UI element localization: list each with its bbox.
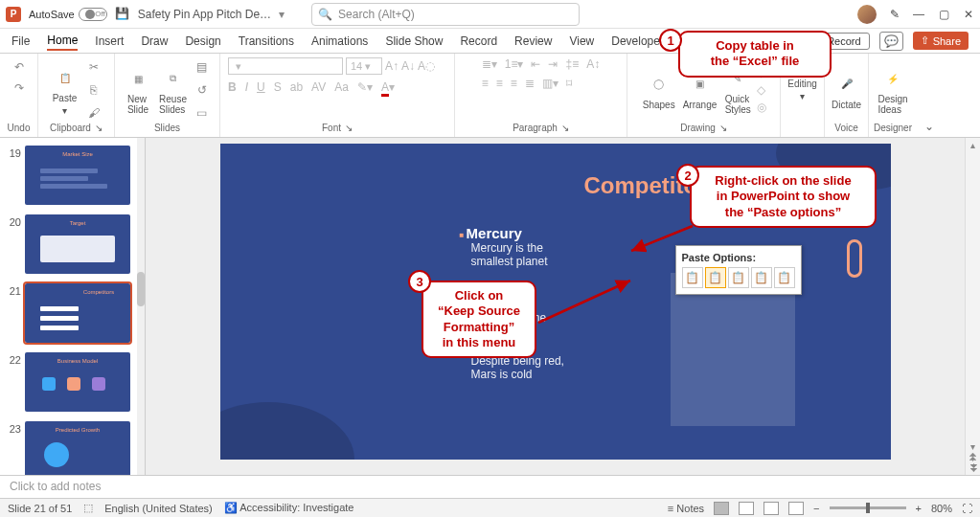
- undo-icon[interactable]: ↶: [10, 57, 29, 77]
- clear-format-icon[interactable]: A◌: [418, 59, 435, 73]
- reset-icon[interactable]: ↺: [193, 80, 212, 100]
- notes-toggle[interactable]: ≡ Notes: [668, 503, 704, 514]
- thumb-scrollbar[interactable]: [137, 138, 145, 475]
- zoom-level[interactable]: 80%: [931, 503, 952, 514]
- share-button[interactable]: ⇧ Share: [913, 32, 969, 50]
- tab-design[interactable]: Design: [185, 33, 220, 50]
- tab-transitions[interactable]: Transitions: [239, 33, 294, 50]
- document-title[interactable]: Safety Pin App Pitch De…: [138, 8, 271, 21]
- ink-icon[interactable]: ✎: [890, 8, 900, 21]
- align-center-icon[interactable]: ≡: [496, 77, 503, 90]
- shapeeffects-icon[interactable]: ◎: [757, 101, 766, 114]
- textdir-icon[interactable]: A↕: [586, 57, 600, 71]
- tab-review[interactable]: Review: [514, 33, 552, 50]
- paste-button[interactable]: 📋 Paste▾: [50, 62, 80, 118]
- fit-window-button[interactable]: ⛶: [962, 503, 972, 514]
- normal-view-button[interactable]: [714, 502, 729, 515]
- scroll-up-icon[interactable]: ▴: [970, 140, 975, 150]
- align-left-icon[interactable]: ≡: [482, 77, 489, 90]
- spellcheck-icon[interactable]: ⬚: [83, 502, 93, 514]
- case-button[interactable]: Aa: [334, 80, 349, 94]
- language-status[interactable]: English (United States): [104, 503, 213, 514]
- scroll-down-icon[interactable]: ▾: [970, 441, 975, 452]
- bold-button[interactable]: B: [228, 80, 237, 94]
- section-icon[interactable]: ▭: [193, 103, 212, 123]
- copy-icon[interactable]: ⎘: [84, 80, 103, 100]
- notes-pane[interactable]: Click to add notes: [0, 475, 980, 498]
- thumb-21[interactable]: Competitors: [25, 283, 130, 343]
- autosave-toggle[interactable]: AutoSave Off: [29, 8, 107, 21]
- shapeoutline-icon[interactable]: ◇: [757, 83, 766, 97]
- font-size-select[interactable]: 14▾: [346, 57, 382, 75]
- indent-dec-icon[interactable]: ⇤: [531, 57, 540, 71]
- thumb-23[interactable]: Predicted Growth: [25, 421, 130, 475]
- linespace-icon[interactable]: ‡≡: [565, 57, 579, 71]
- dictate-button[interactable]: 🎤Dictate: [830, 69, 863, 112]
- paste-use-destination-theme[interactable]: 📋: [682, 267, 703, 288]
- grow-font-icon[interactable]: A↑: [385, 59, 399, 73]
- design-ideas-button[interactable]: ⚡Design Ideas: [876, 63, 909, 117]
- thumb-22[interactable]: Business Model: [25, 352, 130, 412]
- editing-button[interactable]: Editing▾: [786, 77, 819, 103]
- tab-file[interactable]: File: [11, 33, 30, 50]
- thumb-19[interactable]: Market Size: [25, 146, 130, 205]
- reuse-slides-button[interactable]: ⧉Reuse Slides: [157, 63, 189, 117]
- zoom-slider[interactable]: [830, 506, 906, 509]
- shrink-font-icon[interactable]: A↓: [401, 59, 415, 73]
- italic-button[interactable]: I: [245, 80, 248, 94]
- reading-view-button[interactable]: [763, 502, 779, 515]
- thumb-20[interactable]: Target: [25, 214, 130, 274]
- align-right-icon[interactable]: ≡: [511, 77, 517, 90]
- layout-icon[interactable]: ▤: [193, 57, 212, 77]
- tab-home[interactable]: Home: [47, 32, 78, 51]
- tab-draw[interactable]: Draw: [141, 33, 168, 50]
- cut-icon[interactable]: ✂: [84, 57, 103, 77]
- sorter-view-button[interactable]: [739, 502, 754, 515]
- justify-icon[interactable]: ≣: [525, 77, 535, 90]
- tab-insert[interactable]: Insert: [95, 33, 124, 50]
- new-slide-button[interactable]: ▦New Slide: [123, 63, 153, 117]
- save-icon[interactable]: 💾: [115, 7, 130, 22]
- zoom-out-button[interactable]: −: [813, 503, 819, 514]
- numbering-icon[interactable]: 1≡▾: [505, 57, 524, 71]
- slideshow-view-button[interactable]: [788, 502, 804, 515]
- paste-picture[interactable]: 📋: [751, 267, 772, 288]
- underline-button[interactable]: U: [257, 80, 265, 94]
- format-painter-icon[interactable]: 🖌: [84, 103, 103, 123]
- smartart-icon[interactable]: ⌑: [566, 77, 572, 90]
- zoom-in-button[interactable]: +: [916, 503, 922, 514]
- toggle-switch[interactable]: Off: [79, 8, 107, 21]
- prev-slide-icon[interactable]: ⯭: [969, 452, 978, 462]
- shadow-button[interactable]: ab: [290, 80, 303, 94]
- next-slide-icon[interactable]: ⯯: [969, 462, 978, 473]
- paste-keep-text-only[interactable]: 📋: [774, 267, 795, 288]
- collapse-ribbon[interactable]: ⌄: [917, 116, 942, 137]
- tab-record[interactable]: Record: [460, 33, 497, 50]
- accessibility-status[interactable]: ♿ Accessibility: Investigate: [224, 502, 354, 514]
- table-placeholder[interactable]: [671, 273, 795, 426]
- paste-keep-source-formatting[interactable]: 📋: [705, 267, 726, 288]
- redo-icon[interactable]: ↷: [10, 79, 29, 98]
- tab-developer[interactable]: Developer: [611, 33, 664, 50]
- paste-embed[interactable]: 📋: [728, 267, 749, 288]
- indent-inc-icon[interactable]: ⇥: [548, 57, 558, 71]
- fontcolor-button[interactable]: A▾: [381, 80, 395, 94]
- slide-counter[interactable]: Slide 21 of 51: [8, 503, 72, 514]
- charspace-button[interactable]: AV: [311, 80, 326, 94]
- comments-icon[interactable]: 💬: [879, 32, 903, 51]
- user-avatar[interactable]: [857, 5, 877, 24]
- tab-view[interactable]: View: [569, 33, 594, 50]
- font-name-select[interactable]: ▾: [228, 57, 343, 75]
- shapes-button[interactable]: ◯Shapes: [641, 69, 677, 112]
- slide-scrollbar[interactable]: ▴ ▾ ⯭ ⯯: [965, 138, 980, 475]
- tab-animations[interactable]: Animations: [311, 33, 368, 50]
- strike-button[interactable]: S: [274, 80, 282, 94]
- columns-icon[interactable]: ▥▾: [542, 77, 558, 90]
- close-button[interactable]: ✕: [963, 8, 974, 21]
- tab-slideshow[interactable]: Slide Show: [385, 33, 443, 50]
- search-input[interactable]: 🔍 Search (Alt+Q): [311, 3, 580, 26]
- highlight-button[interactable]: ✎▾: [357, 80, 373, 94]
- bullets-icon[interactable]: ≣▾: [482, 57, 497, 71]
- maximize-button[interactable]: ▢: [938, 8, 949, 21]
- minimize-button[interactable]: —: [913, 8, 924, 21]
